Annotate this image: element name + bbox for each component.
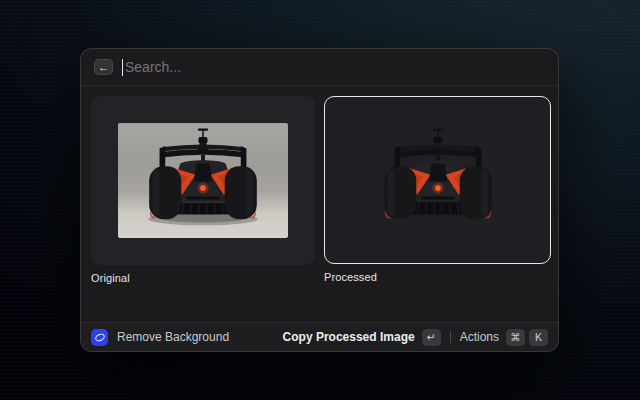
- f1-car-processed-image: [353, 123, 523, 238]
- original-label: Original: [91, 272, 315, 284]
- actions-menu-button[interactable]: Actions ⌘ K: [460, 329, 548, 346]
- k-key-badge: K: [529, 329, 548, 346]
- extension-title: Remove Background: [117, 330, 229, 344]
- command-key-badge: ⌘: [506, 329, 525, 346]
- copy-processed-image-button[interactable]: Copy Processed Image ↵: [283, 329, 441, 346]
- primary-action-label: Copy Processed Image: [283, 330, 415, 344]
- actions-label: Actions: [460, 330, 499, 344]
- text-caret: [122, 59, 123, 76]
- footer-extension-info: Remove Background: [91, 329, 229, 346]
- original-image-card[interactable]: [91, 96, 315, 265]
- back-button[interactable]: ←: [94, 59, 113, 75]
- f1-car-original-image: [118, 123, 288, 238]
- footer-divider: [450, 331, 451, 343]
- processed-label: Processed: [324, 271, 551, 283]
- footer-actions: Copy Processed Image ↵ Actions ⌘ K: [283, 329, 548, 346]
- panel-processed: Processed: [324, 96, 551, 283]
- panel-original: Original: [91, 96, 315, 284]
- footer-action-bar: Remove Background Copy Processed Image ↵…: [81, 322, 558, 351]
- remove-background-icon: [91, 329, 108, 346]
- desktop-background: ← Original: [0, 0, 640, 400]
- return-key-badge: ↵: [422, 329, 441, 346]
- loop-glyph-icon: [94, 332, 106, 342]
- search-input[interactable]: [125, 59, 545, 75]
- original-image: [118, 123, 288, 238]
- search-field-wrap: [122, 59, 545, 76]
- actions-shortcut: ⌘ K: [506, 329, 548, 346]
- processed-image-card[interactable]: [324, 96, 551, 264]
- command-palette-window: ← Original: [80, 48, 559, 352]
- results-area: Original Processed: [81, 86, 558, 322]
- search-bar: ←: [81, 49, 558, 86]
- back-arrow-icon: ←: [98, 62, 109, 73]
